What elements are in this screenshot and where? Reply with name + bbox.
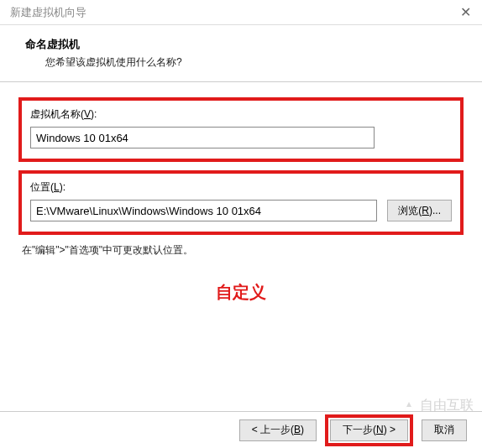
wizard-footer: < 上一步(B) 下一步(N) > 取消 [0, 411, 482, 448]
title-bar: 新建虚拟机向导 ✕ [0, 0, 482, 25]
vm-location-input[interactable] [30, 200, 377, 221]
browse-button[interactable]: 浏览(R)... [387, 200, 452, 221]
page-subtitle: 您希望该虚拟机使用什么名称? [25, 55, 465, 70]
next-button-highlight: 下一步(N) > [325, 414, 413, 446]
vm-name-input[interactable] [30, 127, 375, 148]
vm-name-label: 虚拟机名称(V): [30, 107, 452, 122]
location-note: 在"编辑">"首选项"中可更改默认位置。 [18, 243, 464, 258]
vm-location-highlight: 位置(L): 浏览(R)... [18, 170, 464, 235]
vm-name-highlight: 虚拟机名称(V): [18, 97, 464, 162]
window-title: 新建虚拟机向导 [10, 5, 86, 20]
cancel-button[interactable]: 取消 [422, 419, 467, 441]
wizard-header: 命名虚拟机 您希望该虚拟机使用什么名称? [0, 25, 482, 82]
next-button[interactable]: 下一步(N) > [330, 419, 408, 441]
content-area: 虚拟机名称(V): 位置(L): 浏览(R)... 在"编辑">"首选项"中可更… [0, 82, 482, 304]
close-icon[interactable]: ✕ [457, 4, 474, 20]
back-button[interactable]: < 上一步(B) [239, 419, 317, 441]
vm-location-label: 位置(L): [30, 180, 452, 195]
annotation-text: 自定义 [18, 281, 464, 304]
page-title: 命名虚拟机 [25, 37, 465, 52]
